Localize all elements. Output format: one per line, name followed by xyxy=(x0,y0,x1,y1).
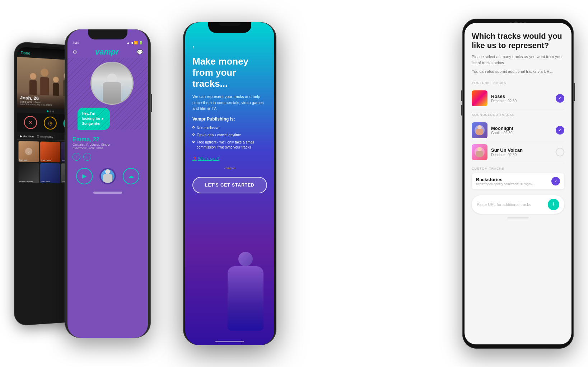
p1-tab-audition[interactable]: ▶ Audition xyxy=(20,134,34,138)
p1-tab-audition-icon: ▶ xyxy=(20,134,22,137)
p1-album-mj-label: Michael Jackson xyxy=(19,180,33,183)
p2-avatar-body xyxy=(103,174,112,183)
phone-2-wrapper: 4:24 ▲ ◀ 📶 🔋 ⚙ vampr 💬 xyxy=(65,29,151,338)
p1-head-3 xyxy=(53,76,59,83)
p4-survolcan-body xyxy=(476,151,483,157)
p2-mini-share-icon[interactable]: □ xyxy=(83,153,91,161)
p3-back-button[interactable]: ‹ xyxy=(192,40,267,50)
p2-chat-icon[interactable]: 💬 xyxy=(137,49,143,55)
p3-notch-inner xyxy=(219,22,241,26)
p2-profile-photo-circle[interactable] xyxy=(99,168,116,184)
p2-play-button[interactable]: ▶ xyxy=(76,168,93,184)
p4-track-moonlight[interactable]: Moonlight Gaulin 02:30 ✓ xyxy=(472,119,564,141)
p1-done-button[interactable]: Done xyxy=(21,50,31,55)
p4-track-artist-survolcan: Deadstar 02:30 xyxy=(491,153,552,157)
p1-later-button[interactable]: ◷ xyxy=(44,116,57,130)
samsung-vol-up-button xyxy=(461,90,462,101)
p1-album-frank[interactable]: Frank Ocean xyxy=(40,141,60,162)
p4-track-survolcan[interactable]: Sur Un Volcan Deadstar 02:30 xyxy=(472,141,564,163)
p3-bullet-1 xyxy=(192,126,195,128)
phone-2-frame: 4:24 ▲ ◀ 📶 🔋 ⚙ vampr 💬 xyxy=(65,29,151,338)
p3-bullet-3 xyxy=(192,141,195,143)
p4-soundcloud-label: SOUNDCLOUD TRACKS xyxy=(472,113,564,117)
samsung-vol-down-button xyxy=(461,105,462,116)
p2-profile-area: Hey..I'm looking for a Songwriter xyxy=(67,58,148,133)
p4-survolcan-inner xyxy=(472,144,487,160)
p3-whats-sync-link[interactable]: ❓ What's sync? xyxy=(192,157,267,161)
p1-album-phil[interactable]: Phil Collins xyxy=(40,163,60,183)
p1-dot-1 xyxy=(47,110,48,112)
p1-reject-button[interactable]: ✕ xyxy=(24,116,37,129)
samsung-power-button xyxy=(574,83,575,101)
p4-track-info-survolcan: Sur Un Volcan Deadstar 02:30 xyxy=(491,147,552,157)
p2-header: ⚙ vampr 💬 xyxy=(67,46,148,58)
p3-silhouette-head xyxy=(238,252,253,266)
p4-custom-url-backstories: https://open.spotify.com/track/01Ewgs5..… xyxy=(476,182,535,186)
p2-avatar-inner xyxy=(101,169,115,183)
p1-head-1 xyxy=(30,72,36,79)
p4-track-name-roses: Roses xyxy=(491,94,552,99)
p2-mini-icons: ↑ □ xyxy=(73,153,143,161)
p4-thumb-moonlight xyxy=(472,122,487,138)
p2-soundcloud-button[interactable]: ☁ xyxy=(123,168,139,184)
p1-tab-bio-label: Biography xyxy=(40,135,53,138)
phone-4-screen: Which tracks would you like us to repres… xyxy=(465,23,571,344)
p4-track-roses[interactable]: Roses Deadstar 02:30 ✓ xyxy=(472,88,564,109)
p4-duration-roses: 02:30 xyxy=(508,99,517,103)
p1-album-buchanan[interactable]: ♪ Buchanan xyxy=(19,141,39,162)
p4-artist-survolcan: Deadstar xyxy=(491,153,506,157)
p2-time: 4:24 xyxy=(73,41,79,44)
p4-thumb-moonlight-inner xyxy=(472,122,487,138)
p2-mini-upload-icon[interactable]: ↑ xyxy=(73,153,80,161)
p3-bullet-2 xyxy=(192,133,195,136)
p1-person-2 xyxy=(39,68,50,95)
p4-track-artist-moonlight: Gaulin 02:30 xyxy=(491,131,552,135)
p3-feature-2: Opt-in only / cancel anytime xyxy=(192,132,267,139)
p4-track-info-roses: Roses Deadstar 02:30 xyxy=(491,94,552,103)
p1-head-2 xyxy=(41,68,48,76)
phone-4-frame: Which tracks would you like us to repres… xyxy=(462,19,574,349)
p3-feature-3: Free upfront - we'll only take a small c… xyxy=(192,139,267,151)
p3-silhouette-body xyxy=(228,266,263,331)
phone-3-notch xyxy=(208,22,251,33)
p4-add-url-button[interactable]: + xyxy=(548,199,559,210)
p3-feature-1-text: Non-exclusive xyxy=(197,126,219,131)
p4-custom-track-info: Backstories https://open.spotify.com/tra… xyxy=(476,177,535,186)
p2-person-name: Emma, 22 xyxy=(73,136,143,143)
p3-features-list: Non-exclusive Opt-in only / cancel anyti… xyxy=(192,124,267,151)
p1-album-mj[interactable]: Michael Jackson xyxy=(19,163,39,183)
p4-thumb-roses xyxy=(472,90,487,106)
phone-3-frame: ‹ Make money from your tracks... We can … xyxy=(183,22,276,345)
p4-custom-label: CUSTOM TRACKS xyxy=(472,167,564,170)
p4-url-placeholder[interactable]: Paste URL for additional tracks xyxy=(477,202,548,207)
p1-tab-audition-label: Audition xyxy=(23,135,34,138)
p4-check-moonlight[interactable]: ✓ xyxy=(556,126,564,135)
p4-check-survolcan[interactable] xyxy=(556,148,564,156)
p4-thumb-survolcan xyxy=(472,144,487,160)
p4-custom-track-backstories[interactable]: Backstories https://open.spotify.com/tra… xyxy=(472,173,564,189)
p3-cta-button[interactable]: LET'S GET STARTED xyxy=(192,177,267,193)
p3-question-icon: ❓ xyxy=(192,157,197,161)
p2-fig-body xyxy=(103,82,121,104)
p4-check-roses[interactable]: ✓ xyxy=(556,94,564,103)
p3-whats-sync-text: What's sync? xyxy=(198,157,219,161)
p2-avatar-head xyxy=(105,169,110,174)
p1-body-2 xyxy=(40,77,49,95)
p2-settings-icon[interactable]: ⚙ xyxy=(73,49,77,55)
phone-2-power-btn xyxy=(151,94,152,112)
p4-moonlight-head xyxy=(477,125,482,129)
p1-tab-bio-icon: ☰ xyxy=(37,135,39,138)
p4-custom-name-backstories: Backstories xyxy=(476,177,535,182)
p3-home-bar xyxy=(215,341,244,342)
p3-title: Make money from your tracks... xyxy=(192,56,267,90)
p4-check-backstories[interactable]: ✓ xyxy=(551,177,560,185)
p1-tab-biography[interactable]: ☰ Biography xyxy=(37,135,53,138)
p4-duration-moonlight: 02:30 xyxy=(503,131,512,135)
p2-circle-photo xyxy=(90,62,134,105)
p4-track-info-moonlight: Moonlight Gaulin 02:30 xyxy=(491,126,552,135)
p3-publishing-label: Vampr Publishing is: xyxy=(192,117,267,122)
phone-3-screen: ‹ Make money from your tracks... We can … xyxy=(185,22,274,345)
p4-moonlight-body xyxy=(476,129,483,135)
p3-artist-area xyxy=(217,245,274,345)
p3-artist-silhouette xyxy=(220,252,271,345)
